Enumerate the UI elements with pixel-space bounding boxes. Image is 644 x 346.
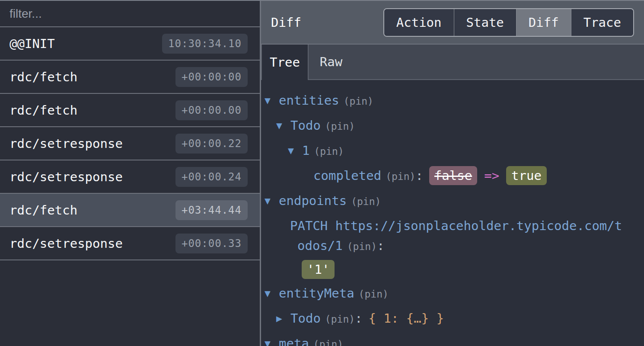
view-tab-diff[interactable]: Diff [516, 9, 571, 36]
action-list-item[interactable]: @@INIT10:30:34.10 [0, 27, 260, 61]
action-timestamp: +00:00:00 [175, 67, 248, 87]
diff-tree: ▼entities(pin)▼Todo(pin)▼1(pin)completed… [261, 80, 644, 346]
tree-key[interactable]: Todo [290, 311, 321, 326]
action-list-item[interactable]: rdc/fetch+00:00:00 [0, 61, 260, 94]
expander-down-icon[interactable]: ▼ [288, 141, 302, 160]
tree-key[interactable]: entities [279, 93, 339, 108]
view-tab-state[interactable]: State [454, 9, 516, 36]
pin-link[interactable]: (pin) [313, 339, 343, 346]
action-list-item[interactable]: rdc/fetch+03:44.44 [0, 194, 260, 227]
tree-node: ▼endpoints(pin) [265, 191, 628, 211]
view-tab-trace[interactable]: Trace [571, 9, 633, 36]
tree-node: ▼1(pin) [265, 141, 628, 161]
tree-key[interactable]: Todo [290, 118, 321, 133]
action-timestamp: +00:00.00 [175, 100, 248, 120]
action-list: @@INIT10:30:34.10rdc/fetch+00:00:00rdc/f… [0, 27, 260, 346]
collapsed-preview: { 1: {…} } [369, 311, 444, 326]
action-timestamp: +00:00.33 [175, 234, 248, 253]
pin-link[interactable]: (pin) [344, 96, 373, 107]
redux-devtools-window: @@INIT10:30:34.10rdc/fetch+00:00:00rdc/f… [0, 0, 644, 346]
action-list-item[interactable]: rdc/fetch+00:00.00 [0, 94, 260, 127]
tree-node: ▶Todo(pin):{ 1: {…} } [265, 308, 628, 329]
panel-title: Diff [271, 15, 301, 30]
sub-tab-tree[interactable]: Tree [261, 45, 309, 80]
filter-bar [0, 1, 260, 27]
pin-link[interactable]: (pin) [351, 196, 381, 207]
diff-arrow-icon: => [484, 168, 499, 183]
tree-node: ▼Todo(pin) [265, 115, 628, 136]
expander-down-icon[interactable]: ▼ [265, 90, 279, 110]
action-name: rdc/fetch [10, 203, 77, 218]
sub-tab-raw[interactable]: Raw [309, 45, 354, 79]
tree-key[interactable]: meta [279, 336, 309, 346]
colon: : [415, 168, 423, 183]
filter-input[interactable] [0, 1, 260, 26]
action-list-item[interactable]: rdc/setresponse+00:00.24 [0, 160, 260, 194]
action-history-panel: @@INIT10:30:34.10rdc/fetch+00:00:00rdc/f… [0, 1, 261, 346]
action-timestamp: +00:00.22 [175, 134, 248, 154]
tree-key[interactable]: entityMeta [279, 286, 354, 301]
tree-key[interactable]: 1 [302, 143, 309, 158]
pin-link[interactable]: (pin) [347, 241, 377, 252]
tree-node: PATCH https://jsonplaceholder.typicode.c… [265, 216, 628, 279]
expander-right-icon[interactable]: ▶ [276, 308, 290, 328]
tree-node: ▼entityMeta(pin) [265, 283, 628, 304]
action-timestamp: 10:30:34.10 [162, 34, 248, 54]
action-name: rdc/setresponse [10, 136, 123, 151]
sub-tab-bar: TreeRaw [261, 45, 644, 80]
action-list-item[interactable]: rdc/setresponse+00:00.33 [0, 227, 260, 260]
action-name: rdc/setresponse [10, 170, 123, 184]
view-tab-action[interactable]: Action [384, 9, 454, 36]
tree-key[interactable]: PATCH https://jsonplaceholder.typicode.c… [290, 218, 622, 253]
diff-added-value: true [506, 166, 547, 185]
tree-node: ▼meta(pin) [265, 333, 628, 346]
tree-key[interactable]: endpoints [279, 193, 347, 208]
tree-key[interactable]: completed [313, 168, 381, 183]
pin-link[interactable]: (pin) [325, 121, 355, 132]
tree-node: completed(pin):false=>true [265, 166, 628, 186]
pin-link[interactable]: (pin) [314, 146, 344, 157]
inspector-panel: Diff ActionStateDiffTrace TreeRaw ▼entit… [261, 1, 644, 346]
action-timestamp: +00:00.24 [175, 167, 248, 187]
action-name: rdc/setresponse [10, 236, 123, 251]
action-name: rdc/fetch [10, 103, 77, 118]
expander-down-icon[interactable]: ▼ [265, 191, 279, 211]
value-badge: '1' [302, 260, 335, 279]
action-list-item[interactable]: rdc/setresponse+00:00.22 [0, 127, 260, 160]
colon: : [355, 311, 362, 326]
tree-node: ▼entities(pin) [265, 90, 628, 111]
diff-removed-value: false [429, 166, 477, 185]
pin-link[interactable]: (pin) [386, 171, 415, 182]
expander-down-icon[interactable]: ▼ [276, 115, 290, 135]
expander-down-icon[interactable]: ▼ [265, 333, 279, 346]
expander-down-icon[interactable]: ▼ [265, 283, 279, 303]
action-name: rdc/fetch [10, 70, 77, 84]
action-name: @@INIT [10, 36, 55, 51]
inspector-header: Diff ActionStateDiffTrace [261, 1, 644, 45]
pin-link[interactable]: (pin) [359, 288, 389, 300]
view-tab-group: ActionStateDiffTrace [383, 8, 634, 37]
pin-link[interactable]: (pin) [325, 314, 355, 325]
action-timestamp: +03:44.44 [175, 200, 248, 220]
colon: : [377, 238, 384, 253]
